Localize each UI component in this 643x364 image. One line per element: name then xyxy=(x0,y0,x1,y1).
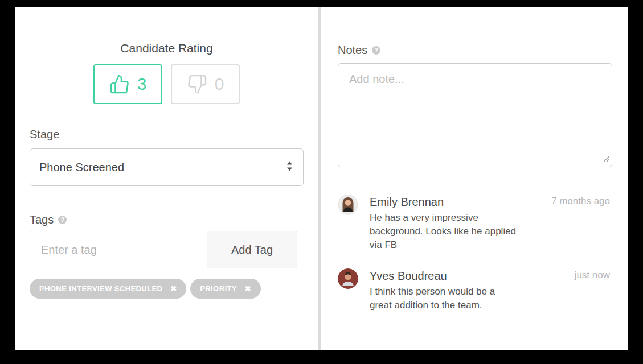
tag-pill-label: PRIORITY xyxy=(200,284,237,293)
remove-tag-icon[interactable]: ✖ xyxy=(170,285,177,292)
thumbs-up-count: 3 xyxy=(137,76,147,93)
note-timestamp: just now xyxy=(575,270,610,281)
notes-label-row: Notes ? xyxy=(338,44,612,57)
rating-buttons-row: 3 0 xyxy=(30,64,304,104)
notes-panel: Notes ? Emily Brenna xyxy=(321,7,628,350)
add-tag-button[interactable]: Add Tag xyxy=(207,231,297,268)
thumbs-down-count: 0 xyxy=(215,76,224,93)
note-entry: Yves Boudreau I think this person would … xyxy=(338,268,612,312)
note-author: Emily Brennan xyxy=(370,195,516,209)
tag-pill: PHONE INTERVIEW SCHEDULED ✖ xyxy=(30,279,186,299)
note-timestamp: 7 months ago xyxy=(551,196,610,207)
stage-select[interactable]: Phone Screened xyxy=(30,148,304,186)
candidate-detail-window: Candidate Rating 3 0 xyxy=(15,7,628,350)
tag-input-row: Add Tag xyxy=(30,231,297,268)
tag-input[interactable] xyxy=(30,231,207,268)
tags-label-row: Tags ? xyxy=(30,213,304,226)
avatar xyxy=(338,195,358,215)
stage-select-value: Phone Screened xyxy=(39,161,124,174)
notes-label: Notes xyxy=(338,44,367,57)
thumbs-down-button[interactable]: 0 xyxy=(171,64,240,104)
tags-help-icon[interactable]: ? xyxy=(58,216,67,224)
rating-panel: Candidate Rating 3 0 xyxy=(15,7,318,350)
note-author: Yves Boudreau xyxy=(370,268,495,283)
tag-pills-row: PHONE INTERVIEW SCHEDULED ✖ PRIORITY ✖ xyxy=(30,279,304,299)
note-text: He has a very impressive background. Loo… xyxy=(370,211,516,252)
thumbs-up-button[interactable]: 3 xyxy=(93,64,162,104)
thumbs-up-icon xyxy=(109,74,130,94)
note-entry: Emily Brennan He has a very impressive b… xyxy=(338,195,612,252)
tag-pill: PRIORITY ✖ xyxy=(190,279,261,299)
thumbs-down-icon xyxy=(187,74,207,94)
note-content: Emily Brennan He has a very impressive b… xyxy=(370,195,516,252)
note-text: I think this person would be a great add… xyxy=(370,285,495,312)
note-textarea-wrap xyxy=(338,63,612,167)
select-arrows-icon xyxy=(285,160,294,175)
tags-label: Tags xyxy=(30,213,54,226)
stage-label: Stage xyxy=(30,128,304,141)
tag-pill-label: PHONE INTERVIEW SCHEDULED xyxy=(39,284,162,293)
remove-tag-icon[interactable]: ✖ xyxy=(245,285,251,292)
candidate-rating-title: Candidate Rating xyxy=(30,42,304,55)
add-note-textarea[interactable] xyxy=(338,63,612,167)
note-content: Yves Boudreau I think this person would … xyxy=(370,268,495,312)
notes-help-icon[interactable]: ? xyxy=(372,46,380,55)
avatar xyxy=(338,268,358,289)
